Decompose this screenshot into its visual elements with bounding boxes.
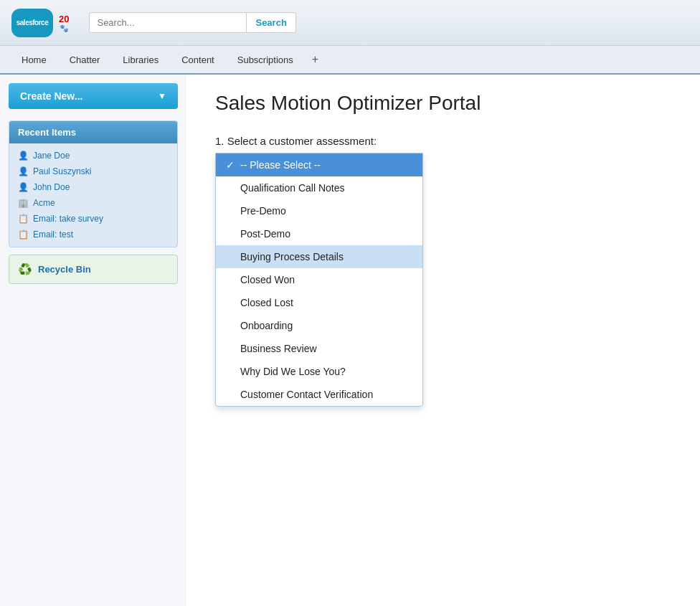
dropdown-arrow-icon: ▼ (158, 91, 166, 101)
main-layout: Create New... ▼ Recent Items 👤 Jane Doe … (0, 75, 700, 606)
salesforce-logo: salesforce (11, 9, 53, 37)
create-new-button[interactable]: Create New... ▼ (9, 83, 178, 109)
dropdown-item-contact-verification[interactable]: Customer Contact Verification (216, 383, 422, 406)
nav-item-home[interactable]: Home (11, 47, 57, 72)
dropdown-item-post-demo[interactable]: Post-Demo (216, 222, 422, 245)
nav-bar: Home Chatter Libraries Content Subscript… (0, 46, 700, 75)
sidebar: Create New... ▼ Recent Items 👤 Jane Doe … (0, 75, 186, 606)
nav-add-icon[interactable]: + (306, 50, 324, 69)
recycle-bin-label: Recycle Bin (38, 264, 91, 275)
search-input[interactable] (89, 12, 247, 33)
dropdown-item-please-select[interactable]: ✓ -- Please Select -- (216, 153, 422, 176)
step1-label: 1. Select a customer assessment: (215, 135, 671, 147)
main-content: Sales Motion Optimizer Portal 1. Select … (186, 75, 700, 606)
dropdown-item-onboarding[interactable]: Onboarding (216, 314, 422, 337)
list-item[interactable]: 👤 Paul Suszynski (9, 164, 177, 179)
list-item[interactable]: 👤 John Doe (9, 179, 177, 195)
dropdown-item-buying-process[interactable]: Buying Process Details (216, 245, 422, 268)
recycle-bin-box[interactable]: ♻️ Recycle Bin (9, 255, 178, 284)
person-icon: 👤 (18, 151, 29, 161)
account-icon: 🏢 (18, 198, 29, 208)
recent-items-header: Recent Items (9, 121, 177, 143)
dropdown-item-closed-lost[interactable]: Closed Lost (216, 291, 422, 314)
dropdown-item-pre-demo[interactable]: Pre-Demo (216, 199, 422, 222)
recent-item-link[interactable]: Jane Doe (33, 151, 70, 161)
dropdown-list: ✓ -- Please Select -- Qualification Call… (215, 153, 423, 407)
recent-item-link[interactable]: Email: take survey (33, 214, 103, 224)
nav-item-subscriptions[interactable]: Subscriptions (227, 47, 303, 72)
checkmark-icon: ✓ (226, 159, 236, 171)
recent-items-box: Recent Items 👤 Jane Doe 👤 Paul Suszynski… (9, 120, 178, 247)
dropdown-item-closed-won[interactable]: Closed Won (216, 268, 422, 291)
recent-item-link[interactable]: Paul Suszynski (33, 166, 91, 176)
dropdown-item-qualification[interactable]: Qualification Call Notes (216, 176, 422, 199)
logo-badge: 20 🐾 (59, 14, 69, 32)
dropdown-item-why-lose[interactable]: Why Did We Lose You? (216, 360, 422, 383)
email-icon: 📋 (18, 229, 29, 240)
list-item[interactable]: 🏢 Acme (9, 195, 177, 211)
recent-items-list: 👤 Jane Doe 👤 Paul Suszynski 👤 John Doe 🏢… (9, 143, 177, 247)
recent-item-link[interactable]: Email: test (33, 229, 73, 240)
list-item[interactable]: 📋 Email: take survey (9, 211, 177, 227)
page-title: Sales Motion Optimizer Portal (215, 92, 671, 115)
nav-item-content[interactable]: Content (171, 47, 224, 72)
step1-section: 1. Select a customer assessment: ✓ -- Pl… (215, 135, 671, 147)
search-area: Search (89, 12, 295, 33)
nav-item-libraries[interactable]: Libraries (113, 47, 169, 72)
list-item[interactable]: 📋 Email: test (9, 227, 177, 242)
logo-area: salesforce 20 🐾 (11, 9, 69, 37)
list-item[interactable]: 👤 Jane Doe (9, 148, 177, 164)
dropdown-item-business-review[interactable]: Business Review (216, 337, 422, 360)
recent-item-link[interactable]: Acme (33, 198, 55, 208)
recycle-bin-icon: ♻️ (18, 262, 32, 276)
header: salesforce 20 🐾 Search (0, 0, 700, 46)
recent-item-link[interactable]: John Doe (33, 182, 70, 192)
person-icon: 👤 (18, 166, 29, 176)
search-button[interactable]: Search (247, 12, 295, 33)
nav-item-chatter[interactable]: Chatter (60, 47, 110, 72)
person-icon: 👤 (18, 182, 29, 192)
email-icon: 📋 (18, 214, 29, 224)
